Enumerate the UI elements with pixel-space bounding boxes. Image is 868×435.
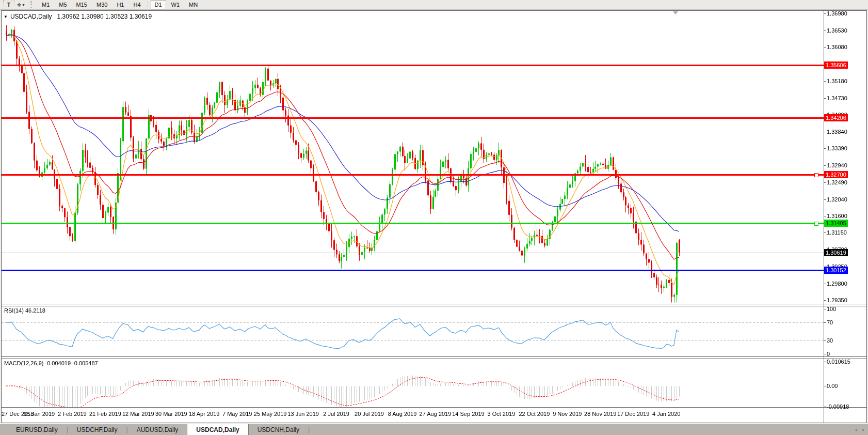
tab-usdcnh[interactable]: USDCNH,Daily bbox=[249, 424, 308, 435]
date-axis-label: 7 May 2019 bbox=[222, 411, 252, 417]
level-price-label: 1.35606 bbox=[824, 61, 848, 69]
rsi-indicator-label: RSI(14) 46.2118 bbox=[4, 307, 45, 314]
price-tick-label: 1.32940 bbox=[827, 162, 847, 168]
collapse-triangle-icon[interactable]: ▼ bbox=[4, 14, 8, 19]
price-tick-label: 1.32040 bbox=[827, 196, 847, 203]
date-axis-label: 21 Feb 2019 bbox=[89, 411, 121, 417]
trading-platform-screen: T ❖ ▾ M1M5M15M30H1H4D1W1MN ▼USDCAD,Daily… bbox=[0, 0, 868, 435]
tab-usdcad[interactable]: USDCAD,Daily bbox=[187, 424, 248, 435]
tabs-scroll-arrows: ◂ ▸ bbox=[855, 424, 865, 435]
date-axis-label: 28 Nov 2019 bbox=[584, 411, 616, 417]
price-tick-label: 1.36080 bbox=[827, 44, 847, 50]
tab-eurusd[interactable]: EURUSD,Daily bbox=[7, 424, 67, 435]
price-tick-label: 1.34730 bbox=[827, 95, 847, 101]
date-axis-label: 25 May 2019 bbox=[254, 411, 287, 417]
price-tick-label: 1.32490 bbox=[827, 179, 847, 185]
level-price-label: 1.30152 bbox=[824, 267, 848, 274]
date-axis-label: 9 Nov 2019 bbox=[553, 411, 582, 417]
price-tick-label: 1.31600 bbox=[827, 213, 847, 219]
date-axis-label: 2 Jul 2019 bbox=[323, 411, 349, 417]
price-tick-label: 1.29800 bbox=[827, 281, 847, 287]
macd-axis-label: 0.00 bbox=[827, 383, 838, 389]
horizontal-level-line[interactable] bbox=[2, 65, 824, 66]
level-line-handle[interactable] bbox=[814, 173, 818, 177]
tab-separator: | bbox=[308, 424, 310, 435]
chart-ohlc-values: 1.30962 1.30980 1.30523 1.30619 bbox=[57, 13, 152, 20]
date-axis-label: 18 Apr 2019 bbox=[189, 411, 219, 417]
price-tick-label: 1.29350 bbox=[827, 297, 847, 303]
date-axis-label: 4 Jan 2020 bbox=[652, 411, 680, 417]
price-tick-label: 1.33840 bbox=[827, 129, 847, 135]
date-axis-label: 3 Oct 2019 bbox=[487, 411, 515, 417]
date-axis-label: 2 Feb 2019 bbox=[58, 411, 87, 417]
tab-audusd[interactable]: AUDUSD,Daily bbox=[128, 424, 187, 435]
chart-title: ▼USDCAD,Daily1.30962 1.30980 1.30523 1.3… bbox=[4, 13, 152, 20]
level-price-label: 1.34206 bbox=[824, 114, 848, 121]
date-axis-label: 13 Jun 2019 bbox=[287, 411, 319, 417]
date-axis-label: 12 Mar 2019 bbox=[122, 411, 154, 417]
rsi-axis-label: 70 bbox=[827, 319, 833, 325]
tabs-scroll-left-icon[interactable]: ◂ bbox=[855, 427, 857, 432]
macd-indicator-label: MACD(12,26,9) -0.004019 -0.005487 bbox=[4, 360, 98, 366]
date-axis-label: 15 Jan 2019 bbox=[24, 411, 55, 417]
rsi-axis-label: 30 bbox=[827, 337, 833, 344]
date-axis-label: 22 Oct 2019 bbox=[519, 411, 550, 417]
macd-axis-label: -0.00918 bbox=[827, 403, 849, 410]
rsi-axis-label: 100 bbox=[827, 306, 836, 312]
horizontal-level-line[interactable] bbox=[2, 174, 824, 176]
date-axis-label: 8 Aug 2019 bbox=[388, 411, 417, 417]
horizontal-level-line[interactable] bbox=[2, 270, 824, 271]
price-tick-label: 1.35180 bbox=[827, 78, 847, 84]
date-axis-label: 30 Mar 2019 bbox=[155, 411, 187, 417]
macd-axis-label: 0.010615 bbox=[827, 359, 850, 365]
chart-tabs-bar: EURUSD,Daily|USDCHF,Daily|AUDUSD,DailyUS… bbox=[0, 424, 868, 435]
chart-symbol: USDCAD,Daily bbox=[10, 13, 52, 20]
price-tick-label: 1.31150 bbox=[827, 229, 847, 236]
tab-usdchf[interactable]: USDCHF,Daily bbox=[68, 424, 126, 435]
date-axis-label: 17 Dec 2019 bbox=[617, 411, 649, 417]
tabs-scroll-right-icon[interactable]: ▸ bbox=[862, 427, 865, 432]
price-tick-label: 1.36530 bbox=[827, 27, 847, 34]
level-price-label: 1.32700 bbox=[824, 171, 848, 178]
current-price-line bbox=[2, 253, 824, 253]
current-price-label: 1.30619 bbox=[824, 249, 848, 256]
level-line-handle[interactable] bbox=[814, 222, 818, 226]
date-axis-label: 20 Jul 2019 bbox=[355, 411, 384, 417]
date-axis-label: 14 Sep 2019 bbox=[452, 411, 484, 417]
price-tick-label: 1.36980 bbox=[827, 10, 847, 17]
level-price-label: 1.31405 bbox=[824, 220, 848, 227]
price-tick-label: 1.33390 bbox=[827, 145, 847, 151]
date-axis-label: 27 Aug 2019 bbox=[420, 411, 452, 417]
horizontal-level-line[interactable] bbox=[2, 223, 824, 224]
rsi-axis-label: 0 bbox=[827, 351, 830, 357]
horizontal-level-line[interactable] bbox=[2, 117, 824, 119]
chart-shift-marker[interactable] bbox=[673, 11, 678, 14]
chart-tabs: EURUSD,Daily|USDCHF,Daily|AUDUSD,DailyUS… bbox=[7, 424, 310, 435]
